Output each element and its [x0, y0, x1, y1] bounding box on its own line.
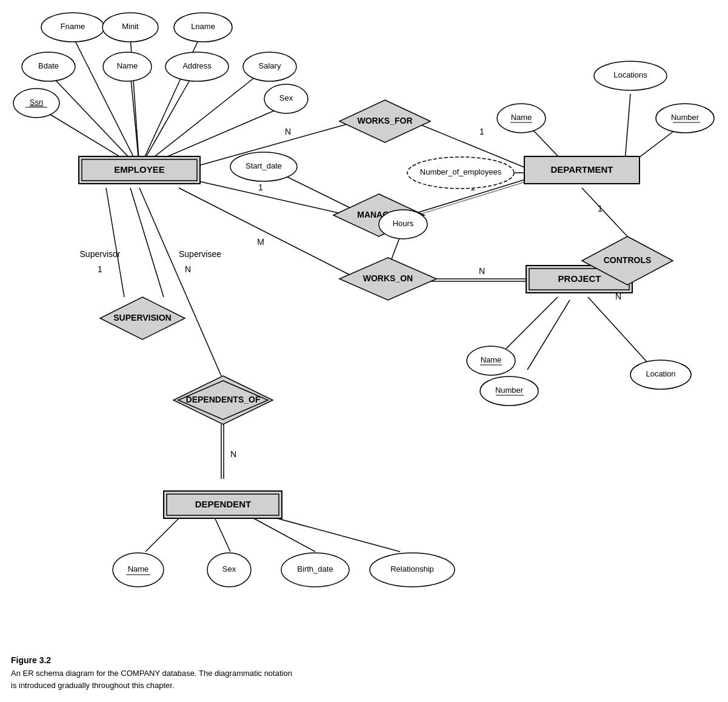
svg-text:Number_of_employees: Number_of_employees: [420, 167, 502, 176]
er-diagram: .entity-rect { fill: #d0d0d0; stroke: bl…: [0, 0, 728, 661]
svg-text:Locations: Locations: [613, 70, 647, 79]
svg-text:Ssn: Ssn: [30, 98, 43, 107]
svg-text:Number: Number: [495, 386, 524, 395]
svg-text:Name: Name: [481, 355, 502, 364]
svg-line-5: [139, 73, 194, 169]
svg-text:Sex: Sex: [279, 93, 293, 102]
svg-text:N: N: [185, 264, 191, 274]
svg-text:SUPERVISION: SUPERVISION: [113, 313, 171, 323]
svg-line-45: [588, 297, 649, 364]
svg-text:Name: Name: [511, 113, 532, 122]
svg-text:1: 1: [98, 264, 102, 274]
svg-text:Name: Name: [128, 564, 149, 573]
svg-text:Birth_date: Birth_date: [297, 564, 333, 573]
svg-text:M: M: [257, 237, 264, 247]
svg-text:EMPLOYEE: EMPLOYEE: [114, 164, 164, 175]
svg-text:1: 1: [598, 204, 603, 213]
svg-line-43: [503, 297, 558, 352]
caption-title: Figure 3.2: [11, 655, 405, 665]
svg-line-44: [527, 300, 570, 370]
svg-text:N: N: [479, 266, 485, 276]
svg-text:Supervisor: Supervisor: [80, 249, 121, 259]
svg-text:DEPENDENT: DEPENDENT: [195, 499, 252, 509]
svg-line-19: [179, 188, 358, 279]
svg-line-3: [48, 73, 139, 169]
svg-text:1: 1: [479, 127, 484, 136]
svg-text:Start_date: Start_date: [245, 161, 282, 170]
svg-text:WORKS_FOR: WORKS_FOR: [358, 116, 413, 125]
svg-text:Sex: Sex: [222, 564, 236, 573]
svg-text:1: 1: [258, 182, 263, 192]
svg-line-25: [106, 188, 124, 297]
caption-line2: is introduced gradually throughout this …: [11, 681, 175, 690]
svg-text:WORKS_ON: WORKS_ON: [363, 273, 413, 283]
svg-text:Supervisee: Supervisee: [179, 249, 221, 259]
svg-line-6: [139, 73, 261, 169]
svg-line-24: [391, 236, 400, 261]
svg-text:DEPENDENTS_OF: DEPENDENTS_OF: [186, 395, 261, 404]
svg-text:Salary: Salary: [259, 61, 281, 70]
svg-text:Fname: Fname: [61, 22, 85, 31]
figure-caption: Figure 3.2 An ER schema diagram for the …: [11, 655, 405, 691]
svg-text:Name: Name: [117, 61, 138, 70]
svg-line-13: [188, 179, 349, 215]
svg-text:Location: Location: [646, 369, 675, 378]
svg-line-18: [279, 173, 359, 212]
svg-text:DEPARTMENT: DEPARTMENT: [550, 164, 613, 175]
svg-text:Number: Number: [671, 113, 700, 122]
svg-text:Address: Address: [182, 61, 212, 70]
svg-line-31: [139, 188, 221, 376]
caption-line1: An ER schema diagram for the COMPANY dat…: [11, 669, 292, 678]
svg-text:Bdate: Bdate: [38, 61, 59, 70]
svg-line-36: [582, 188, 627, 236]
svg-text:N: N: [285, 127, 291, 136]
svg-text:N: N: [230, 449, 236, 459]
svg-text:PROJECT: PROJECT: [558, 273, 601, 284]
svg-text:CONTROLS: CONTROLS: [604, 255, 652, 265]
svg-text:Relationship: Relationship: [390, 564, 434, 573]
svg-text:Minit: Minit: [122, 22, 139, 31]
svg-text:Lname: Lname: [191, 22, 215, 31]
svg-text:Hours: Hours: [393, 219, 414, 228]
